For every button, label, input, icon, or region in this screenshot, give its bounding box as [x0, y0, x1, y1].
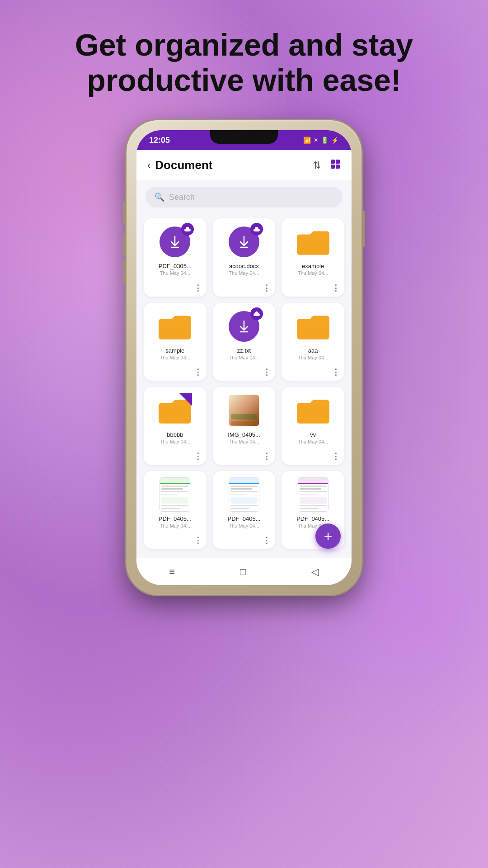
x-icon: ✕ [314, 137, 318, 143]
file-date: Thu May 04... [160, 439, 190, 444]
file-date: Thu May 04... [160, 523, 190, 528]
more-options-button[interactable]: ⋮ [194, 536, 202, 544]
more-options-button[interactable]: ⋮ [194, 368, 202, 376]
file-date: Thu May 04... [160, 270, 190, 276]
file-name: PDF_0405... [218, 515, 270, 522]
file-card[interactable]: sampleThu May 04...⋮ [144, 303, 206, 381]
file-icon-wrapper [296, 393, 330, 428]
svg-rect-14 [160, 405, 190, 423]
file-date: Thu May 04... [298, 355, 328, 360]
file-icon-wrapper [296, 477, 330, 512]
cloud-badge [250, 223, 263, 236]
svg-rect-12 [297, 321, 328, 339]
notch [210, 130, 278, 144]
file-icon-wrapper [296, 225, 330, 259]
file-name: acdoc.docx [218, 263, 270, 269]
more-options-button[interactable]: ⋮ [263, 284, 271, 292]
svg-rect-9 [160, 321, 190, 339]
file-name: PDF_0405... [287, 515, 339, 522]
file-card[interactable]: PDF_0305...Thu May 04...⋮ [144, 218, 206, 296]
headline-line2: productive with ease! [87, 63, 401, 97]
file-icon-wrapper [227, 309, 261, 344]
file-date: Thu May 04... [229, 270, 259, 276]
more-options-button[interactable]: ⋮ [332, 452, 340, 460]
file-card[interactable]: ↓bbbbbThu May 04...⋮ [144, 387, 206, 465]
svg-rect-0 [331, 160, 335, 164]
image-thumbnail [229, 395, 259, 426]
more-options-button[interactable]: ⋮ [263, 452, 271, 460]
svg-rect-16 [297, 405, 328, 423]
file-name: sample [149, 347, 201, 354]
app-header: ‹ Document ⇅ [136, 150, 352, 180]
file-card[interactable]: IMG_0405...Thu May 04...⋮ [213, 387, 276, 465]
more-options-button[interactable]: ⋮ [263, 536, 271, 544]
header-left: ‹ Document [147, 158, 212, 172]
search-container: 🔍 Search [136, 180, 352, 214]
grid-button[interactable] [330, 159, 341, 172]
file-card[interactable]: PDF_0405...Thu May 04...⋮ [144, 471, 206, 549]
file-card[interactable]: exampleThu May 04...⋮ [282, 218, 344, 296]
file-icon-wrapper [227, 477, 261, 512]
phone-mockup: 12:05 📶 ✕ 🔋 ⚡ ‹ Document ⇅ [127, 120, 361, 595]
app-content: ‹ Document ⇅ [136, 150, 352, 558]
files-grid: PDF_0305...Thu May 04...⋮ acdoc.docxThu … [136, 214, 352, 558]
file-icon-wrapper [227, 225, 261, 259]
header-right: ⇅ [313, 159, 341, 172]
bolt-icon: ⚡ [331, 137, 339, 144]
file-date: Thu May 04... [229, 355, 259, 360]
status-icons: 📶 ✕ 🔋 ⚡ [303, 137, 339, 144]
cloud-badge [250, 307, 263, 320]
file-date: Thu May 04... [229, 439, 259, 444]
pdf-thumbnail [229, 477, 259, 512]
file-date: Thu May 04... [229, 523, 259, 528]
file-card[interactable]: zz.txtThu May 04...⋮ [213, 303, 276, 381]
more-options-button[interactable]: ⋮ [263, 368, 271, 376]
file-card[interactable]: aaaThu May 04...⋮ [282, 303, 344, 381]
file-name: example [287, 263, 339, 269]
home-icon[interactable]: □ [240, 566, 246, 578]
battery-icon: 🔋 [321, 137, 328, 144]
file-name: aaa [287, 347, 339, 354]
file-icon-wrapper [227, 393, 261, 428]
wifi-icon: 📶 [303, 137, 311, 144]
svg-rect-2 [331, 165, 335, 169]
search-icon: 🔍 [155, 192, 164, 202]
cloud-badge [181, 223, 194, 236]
fab-add-button[interactable]: + [315, 524, 341, 549]
headline: Get organized and stay productive with e… [48, 27, 440, 98]
file-name: PDF_0305... [149, 263, 201, 269]
more-options-button[interactable]: ⋮ [194, 452, 202, 460]
status-time: 12:05 [149, 136, 170, 145]
bottom-nav: ≡ □ ◁ [136, 558, 352, 585]
back-button[interactable]: ‹ [147, 160, 150, 171]
more-options-button[interactable]: ⋮ [332, 284, 340, 292]
file-icon-wrapper [158, 477, 192, 512]
file-name: zz.txt [218, 347, 270, 354]
file-card[interactable]: vvThu May 04...⋮ [282, 387, 344, 465]
pdf-thumbnail [160, 477, 190, 512]
search-input[interactable]: Search [169, 193, 195, 202]
file-date: Thu May 04... [160, 355, 190, 360]
more-options-button[interactable]: ⋮ [332, 368, 340, 376]
file-name: vv [287, 431, 339, 438]
file-icon-wrapper [158, 309, 192, 344]
file-icon-wrapper [158, 225, 192, 259]
headline-line1: Get organized and stay [75, 28, 413, 62]
more-options-button[interactable]: ⋮ [194, 284, 202, 292]
search-bar[interactable]: 🔍 Search [145, 187, 343, 208]
file-card[interactable]: PDF_0405...Thu May 04...⋮ [213, 471, 276, 549]
svg-rect-3 [336, 165, 340, 169]
file-icon-wrapper: ↓ [158, 393, 192, 428]
back-nav-icon[interactable]: ◁ [311, 566, 319, 578]
menu-icon[interactable]: ≡ [169, 566, 175, 578]
file-date: Thu May 04... [298, 439, 328, 444]
svg-rect-1 [336, 160, 340, 164]
file-card[interactable]: acdoc.docxThu May 04...⋮ [213, 218, 276, 296]
file-icon-wrapper [296, 309, 330, 344]
sort-button[interactable]: ⇅ [313, 160, 321, 171]
phone-screen: 12:05 📶 ✕ 🔋 ⚡ ‹ Document ⇅ [136, 130, 352, 585]
file-date: Thu May 04... [298, 270, 328, 276]
pdf-thumbnail [298, 477, 328, 512]
file-name: PDF_0405... [149, 515, 201, 522]
page-title: Document [155, 158, 212, 172]
